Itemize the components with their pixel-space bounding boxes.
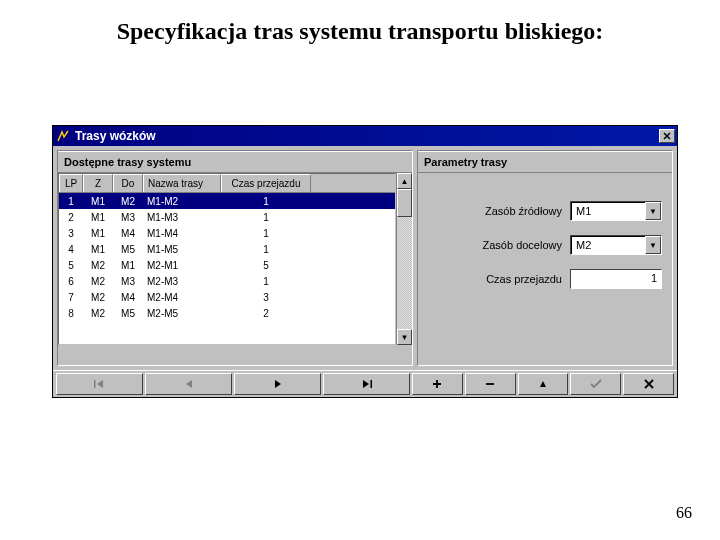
routes-grid[interactable]: LP Z Do Nazwa trasy Czas przejazdu 1M1M2… <box>58 173 396 345</box>
chevron-down-icon[interactable]: ▼ <box>645 236 661 254</box>
cell-lp: 6 <box>59 276 83 287</box>
cell-do: M3 <box>113 276 143 287</box>
pane-route-params: Parametry trasy Zasób źródłowy M1 ▼ Zasó… <box>417 150 673 366</box>
cell-lp: 4 <box>59 244 83 255</box>
confirm-button[interactable] <box>570 373 621 395</box>
combo-dest[interactable]: M2 ▼ <box>570 235 662 255</box>
cell-lp: 3 <box>59 228 83 239</box>
remove-button[interactable] <box>465 373 516 395</box>
cell-name: M1-M3 <box>143 212 221 223</box>
col-z[interactable]: Z <box>83 174 113 192</box>
table-row[interactable]: 7M2M4M2-M43 <box>59 289 395 305</box>
combo-source[interactable]: M1 ▼ <box>570 201 662 221</box>
cell-czas: 2 <box>221 308 311 319</box>
col-do[interactable]: Do <box>113 174 143 192</box>
cell-czas: 5 <box>221 260 311 271</box>
cell-name: M1-M5 <box>143 244 221 255</box>
window-title: Trasy wózków <box>75 129 659 143</box>
cell-z: M1 <box>83 244 113 255</box>
combo-source-value: M1 <box>571 202 645 220</box>
cell-z: M2 <box>83 292 113 303</box>
cell-lp: 2 <box>59 212 83 223</box>
cell-do: M4 <box>113 228 143 239</box>
page-heading: Specyfikacja tras systemu transportu bli… <box>0 0 720 45</box>
input-time[interactable]: 1 <box>570 269 662 289</box>
window-routes: Trasy wózków Dostępne trasy systemu LP Z… <box>52 125 678 398</box>
grid-header: LP Z Do Nazwa trasy Czas przejazdu <box>59 174 395 193</box>
cell-z: M2 <box>83 308 113 319</box>
cell-lp: 1 <box>59 196 83 207</box>
cell-czas: 1 <box>221 228 311 239</box>
cell-z: M1 <box>83 212 113 223</box>
cell-do: M3 <box>113 212 143 223</box>
cell-do: M5 <box>113 308 143 319</box>
table-row[interactable]: 5M2M1M2-M15 <box>59 257 395 273</box>
cell-lp: 5 <box>59 260 83 271</box>
svg-rect-1 <box>370 380 372 388</box>
cell-do: M1 <box>113 260 143 271</box>
bottom-toolbar <box>53 370 677 397</box>
right-pane-title: Parametry trasy <box>418 151 672 173</box>
add-button[interactable] <box>412 373 463 395</box>
cell-name: M1-M4 <box>143 228 221 239</box>
nav-prev-button[interactable] <box>145 373 232 395</box>
cell-czas: 1 <box>221 212 311 223</box>
scroll-track[interactable] <box>397 189 412 329</box>
cell-name: M2-M4 <box>143 292 221 303</box>
cell-name: M2-M5 <box>143 308 221 319</box>
table-row[interactable]: 3M1M4M1-M41 <box>59 225 395 241</box>
table-row[interactable]: 6M2M3M2-M31 <box>59 273 395 289</box>
cell-z: M2 <box>83 276 113 287</box>
col-lp[interactable]: LP <box>59 174 83 192</box>
scroll-down-button[interactable]: ▼ <box>397 329 412 345</box>
vertical-scrollbar[interactable]: ▲ ▼ <box>396 173 412 345</box>
cell-czas: 3 <box>221 292 311 303</box>
cell-do: M5 <box>113 244 143 255</box>
cell-name: M2-M3 <box>143 276 221 287</box>
cell-z: M1 <box>83 196 113 207</box>
col-czas[interactable]: Czas przejazdu <box>221 174 311 192</box>
cell-lp: 7 <box>59 292 83 303</box>
cell-czas: 1 <box>221 276 311 287</box>
label-time: Czas przejazdu <box>486 273 562 285</box>
col-name[interactable]: Nazwa trasy <box>143 174 221 192</box>
page-number: 66 <box>676 504 692 522</box>
scroll-thumb[interactable] <box>397 189 412 217</box>
pane-available-routes: Dostępne trasy systemu LP Z Do Nazwa tra… <box>57 150 413 366</box>
table-row[interactable]: 8M2M5M2-M52 <box>59 305 395 321</box>
scroll-up-button[interactable]: ▲ <box>397 173 412 189</box>
cell-do: M4 <box>113 292 143 303</box>
nav-next-button[interactable] <box>234 373 321 395</box>
cell-name: M1-M2 <box>143 196 221 207</box>
chevron-down-icon[interactable]: ▼ <box>645 202 661 220</box>
nav-last-button[interactable] <box>323 373 410 395</box>
combo-dest-value: M2 <box>571 236 645 254</box>
left-pane-title: Dostępne trasy systemu <box>58 151 412 173</box>
label-dest: Zasób docelowy <box>483 239 563 251</box>
table-row[interactable]: 4M1M5M1-M51 <box>59 241 395 257</box>
label-source: Zasób źródłowy <box>485 205 562 217</box>
close-button[interactable] <box>659 129 675 143</box>
cell-lp: 8 <box>59 308 83 319</box>
svg-rect-0 <box>94 380 96 388</box>
cell-name: M2-M1 <box>143 260 221 271</box>
titlebar: Trasy wózków <box>53 126 677 146</box>
cell-z: M1 <box>83 228 113 239</box>
nav-first-button[interactable] <box>56 373 143 395</box>
edit-button[interactable] <box>518 373 569 395</box>
cancel-button[interactable] <box>623 373 674 395</box>
cell-czas: 1 <box>221 196 311 207</box>
app-icon <box>55 128 71 144</box>
cell-z: M2 <box>83 260 113 271</box>
cell-do: M2 <box>113 196 143 207</box>
cell-czas: 1 <box>221 244 311 255</box>
table-row[interactable]: 1M1M2M1-M21 <box>59 193 395 209</box>
table-row[interactable]: 2M1M3M1-M31 <box>59 209 395 225</box>
